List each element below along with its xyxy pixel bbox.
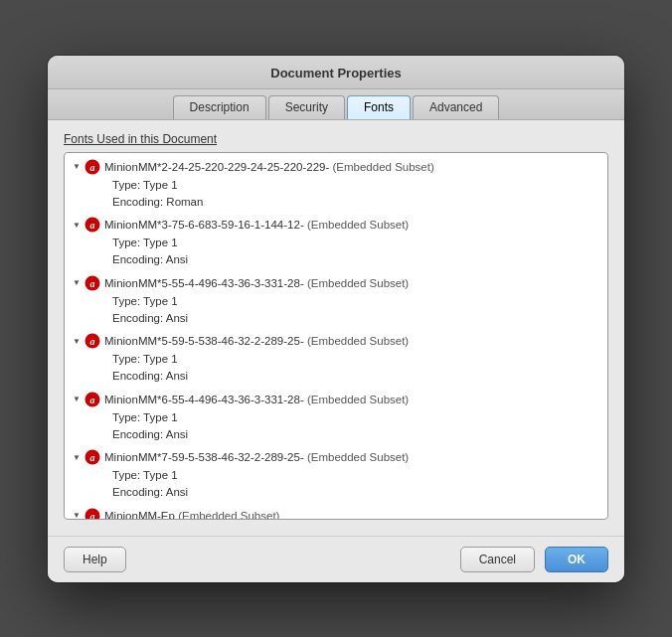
font-type-icon: a bbox=[84, 508, 100, 519]
font-entry: ▼ a MinionMM*6-55-4-496-43-36-3-331-28- … bbox=[65, 390, 607, 448]
collapse-arrow-icon[interactable]: ▼ bbox=[73, 337, 81, 346]
font-type-icon: a bbox=[84, 275, 100, 291]
font-detail: Type: Type 1Encoding: Ansi bbox=[73, 293, 599, 328]
font-detail: Type: Type 1Encoding: Ansi bbox=[73, 467, 599, 502]
font-header: ▼ a MinionMM*5-55-4-496-43-36-3-331-28- … bbox=[73, 273, 599, 293]
font-name: MinionMM-Ep (Embedded Subset) bbox=[104, 510, 279, 519]
tab-security[interactable]: Security bbox=[268, 95, 345, 119]
font-type-icon: a bbox=[84, 159, 100, 175]
svg-text:a: a bbox=[90, 162, 95, 173]
font-detail: Type: Type 1Encoding: Ansi bbox=[73, 235, 599, 269]
font-name: MinionMM*6-55-4-496-43-36-3-331-28- (Emb… bbox=[104, 394, 409, 405]
section-label: Fonts Used in this Document bbox=[64, 132, 608, 146]
bottom-bar: Help Cancel OK bbox=[48, 536, 624, 582]
svg-text:a: a bbox=[90, 452, 95, 463]
fonts-list-container: ▼ a MinionMM*2-24-25-220-229-24-25-220-2… bbox=[64, 152, 608, 520]
document-properties-dialog: Document Properties Description Security… bbox=[48, 56, 624, 582]
font-name: MinionMM*3-75-6-683-59-16-1-144-12- (Emb… bbox=[104, 219, 409, 231]
collapse-arrow-icon[interactable]: ▼ bbox=[73, 162, 81, 171]
font-name: MinionMM*2-24-25-220-229-24-25-220-229- … bbox=[104, 161, 434, 173]
font-entry: ▼ a MinionMM*5-59-5-538-46-32-2-289-25- … bbox=[65, 331, 607, 390]
font-header: ▼ a MinionMM*6-55-4-496-43-36-3-331-28- … bbox=[73, 390, 599, 409]
svg-text:a: a bbox=[90, 220, 95, 231]
collapse-arrow-icon[interactable]: ▼ bbox=[73, 278, 81, 287]
dialog-title: Document Properties bbox=[270, 66, 401, 80]
font-detail: Type: Type 1Encoding: Ansi bbox=[73, 409, 599, 444]
font-detail: Type: Type 1Encoding: Roman bbox=[73, 177, 599, 212]
collapse-arrow-icon[interactable]: ▼ bbox=[73, 221, 81, 230]
tab-fonts[interactable]: Fonts bbox=[347, 95, 411, 119]
font-entry: ▼ a MinionMM*2-24-25-220-229-24-25-220-2… bbox=[65, 157, 607, 216]
font-type-icon: a bbox=[84, 449, 100, 465]
svg-text:a: a bbox=[90, 395, 95, 405]
font-entry: ▼ a MinionMM-Ep (Embedded Subset) Type: … bbox=[65, 506, 607, 519]
tabs-bar: Description Security Fonts Advanced bbox=[48, 89, 624, 120]
font-detail: Type: Type 1Encoding: Ansi bbox=[73, 351, 599, 386]
font-entry: ▼ a MinionMM*5-55-4-496-43-36-3-331-28- … bbox=[65, 273, 607, 332]
collapse-arrow-icon[interactable]: ▼ bbox=[73, 511, 81, 519]
content-area: Fonts Used in this Document ▼ a MinionMM… bbox=[48, 120, 624, 536]
title-bar: Document Properties bbox=[48, 56, 624, 89]
font-name: MinionMM*5-59-5-538-46-32-2-289-25- (Emb… bbox=[104, 335, 409, 347]
collapse-arrow-icon[interactable]: ▼ bbox=[73, 453, 81, 462]
ok-button[interactable]: OK bbox=[545, 547, 608, 572]
fonts-list-scroll[interactable]: ▼ a MinionMM*2-24-25-220-229-24-25-220-2… bbox=[65, 153, 607, 519]
help-button[interactable]: Help bbox=[64, 547, 126, 572]
font-header: ▼ a MinionMM-Ep (Embedded Subset) bbox=[73, 506, 599, 519]
font-header: ▼ a MinionMM*5-59-5-538-46-32-2-289-25- … bbox=[73, 331, 599, 351]
svg-text:a: a bbox=[90, 336, 95, 347]
tab-advanced[interactable]: Advanced bbox=[413, 95, 499, 119]
font-header: ▼ a MinionMM*2-24-25-220-229-24-25-220-2… bbox=[73, 157, 599, 177]
font-header: ▼ a MinionMM*7-59-5-538-46-32-2-289-25- … bbox=[73, 447, 599, 467]
font-header: ▼ a MinionMM*3-75-6-683-59-16-1-144-12- … bbox=[73, 215, 599, 235]
collapse-arrow-icon[interactable]: ▼ bbox=[73, 395, 81, 403]
font-entry: ▼ a MinionMM*3-75-6-683-59-16-1-144-12- … bbox=[65, 215, 607, 273]
font-name: MinionMM*7-59-5-538-46-32-2-289-25- (Emb… bbox=[104, 451, 409, 463]
font-name: MinionMM*5-55-4-496-43-36-3-331-28- (Emb… bbox=[104, 277, 409, 289]
cancel-button[interactable]: Cancel bbox=[460, 547, 535, 572]
font-type-icon: a bbox=[84, 217, 100, 233]
tab-description[interactable]: Description bbox=[173, 95, 266, 119]
font-entry: ▼ a MinionMM*7-59-5-538-46-32-2-289-25- … bbox=[65, 447, 607, 506]
svg-text:a: a bbox=[90, 511, 95, 519]
font-type-icon: a bbox=[84, 392, 100, 407]
svg-text:a: a bbox=[90, 278, 95, 289]
font-type-icon: a bbox=[84, 333, 100, 349]
